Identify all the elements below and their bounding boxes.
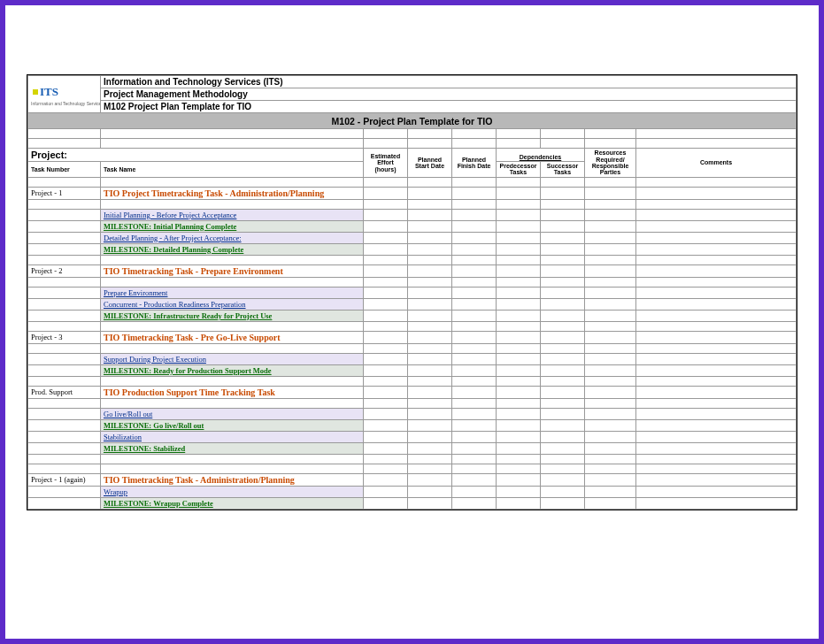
data-cell[interactable] (585, 376, 636, 386)
data-cell[interactable] (585, 486, 636, 497)
data-cell[interactable] (452, 386, 497, 398)
data-cell[interactable] (497, 264, 541, 277)
task-name-cell[interactable]: Detailed Planning - After Project Accept… (101, 232, 364, 243)
data-cell[interactable] (408, 187, 452, 199)
data-cell[interactable] (452, 408, 497, 419)
data-cell[interactable] (408, 486, 452, 497)
data-cell[interactable] (541, 419, 585, 431)
data-cell[interactable] (636, 220, 797, 232)
data-cell[interactable] (364, 419, 408, 431)
task-name-cell[interactable]: Go live/Roll out (101, 408, 364, 419)
data-cell[interactable] (541, 310, 585, 321)
data-cell[interactable] (408, 473, 452, 486)
data-cell[interactable] (364, 473, 408, 486)
data-cell[interactable] (636, 321, 797, 331)
task-name-cell[interactable]: MILESTONE: Go live/Roll out (101, 419, 364, 431)
data-cell[interactable] (636, 398, 797, 408)
data-cell[interactable] (497, 277, 541, 287)
task-number-cell[interactable] (28, 209, 101, 220)
task-name-cell[interactable]: MILESTONE: Initial Planning Complete (101, 220, 364, 232)
data-cell[interactable] (541, 209, 585, 220)
task-name-cell[interactable]: MILESTONE: Stabilized (101, 442, 364, 454)
data-cell[interactable] (497, 419, 541, 431)
data-cell[interactable] (497, 408, 541, 419)
data-cell[interactable] (364, 486, 408, 497)
data-cell[interactable] (541, 264, 585, 277)
data-cell[interactable] (585, 209, 636, 220)
data-cell[interactable] (636, 199, 797, 209)
task-name-cell[interactable]: TIO Timetracking Task - Prepare Environm… (101, 264, 364, 277)
data-cell[interactable] (541, 442, 585, 454)
data-cell[interactable] (585, 473, 636, 486)
data-cell[interactable] (585, 243, 636, 255)
data-cell[interactable] (408, 255, 452, 264)
data-cell[interactable] (364, 287, 408, 298)
data-cell[interactable] (541, 353, 585, 364)
data-cell[interactable] (497, 255, 541, 264)
data-cell[interactable] (364, 264, 408, 277)
data-cell[interactable] (408, 376, 452, 386)
data-cell[interactable] (497, 473, 541, 486)
data-cell[interactable] (541, 343, 585, 353)
task-number-cell[interactable]: Prod. Support (28, 386, 101, 398)
data-cell[interactable] (585, 386, 636, 398)
task-number-cell[interactable] (28, 419, 101, 431)
task-name-cell[interactable]: MILESTONE: Infrastructure Ready for Proj… (101, 310, 364, 321)
task-number-cell[interactable] (28, 199, 101, 209)
data-cell[interactable] (452, 331, 497, 343)
data-cell[interactable] (541, 398, 585, 408)
data-cell[interactable] (497, 187, 541, 199)
data-cell[interactable] (636, 431, 797, 442)
data-cell[interactable] (364, 321, 408, 331)
data-cell[interactable] (408, 277, 452, 287)
data-cell[interactable] (636, 386, 797, 398)
data-cell[interactable] (408, 298, 452, 310)
data-cell[interactable] (541, 255, 585, 264)
task-number-cell[interactable] (28, 232, 101, 243)
data-cell[interactable] (541, 431, 585, 442)
data-cell[interactable] (408, 442, 452, 454)
data-cell[interactable] (364, 209, 408, 220)
data-cell[interactable] (541, 187, 585, 199)
task-name-cell[interactable] (101, 199, 364, 209)
data-cell[interactable] (497, 353, 541, 364)
data-cell[interactable] (452, 321, 497, 331)
task-number-cell[interactable] (28, 376, 101, 386)
data-cell[interactable] (364, 310, 408, 321)
data-cell[interactable] (408, 386, 452, 398)
data-cell[interactable] (408, 353, 452, 364)
data-cell[interactable] (636, 376, 797, 386)
data-cell[interactable] (408, 199, 452, 209)
task-number-cell[interactable] (28, 277, 101, 287)
data-cell[interactable] (585, 277, 636, 287)
data-cell[interactable] (497, 364, 541, 376)
data-cell[interactable] (497, 454, 541, 464)
task-name-cell[interactable] (101, 376, 364, 386)
data-cell[interactable] (585, 187, 636, 199)
data-cell[interactable] (497, 398, 541, 408)
data-cell[interactable] (497, 343, 541, 353)
task-number-cell[interactable] (28, 398, 101, 408)
data-cell[interactable] (497, 464, 541, 473)
data-cell[interactable] (541, 497, 585, 509)
data-cell[interactable] (364, 298, 408, 310)
data-cell[interactable] (636, 331, 797, 343)
data-cell[interactable] (364, 454, 408, 464)
data-cell[interactable] (452, 473, 497, 486)
data-cell[interactable] (585, 353, 636, 364)
task-name-cell[interactable] (101, 343, 364, 353)
data-cell[interactable] (585, 298, 636, 310)
data-cell[interactable] (636, 264, 797, 277)
data-cell[interactable] (497, 331, 541, 343)
data-cell[interactable] (585, 408, 636, 419)
task-name-cell[interactable]: MILESTONE: Wrapup Complete (101, 497, 364, 509)
data-cell[interactable] (585, 331, 636, 343)
task-name-cell[interactable] (101, 464, 364, 473)
data-cell[interactable] (541, 454, 585, 464)
data-cell[interactable] (452, 497, 497, 509)
task-number-cell[interactable] (28, 454, 101, 464)
data-cell[interactable] (636, 486, 797, 497)
data-cell[interactable] (452, 287, 497, 298)
data-cell[interactable] (408, 243, 452, 255)
data-cell[interactable] (408, 287, 452, 298)
